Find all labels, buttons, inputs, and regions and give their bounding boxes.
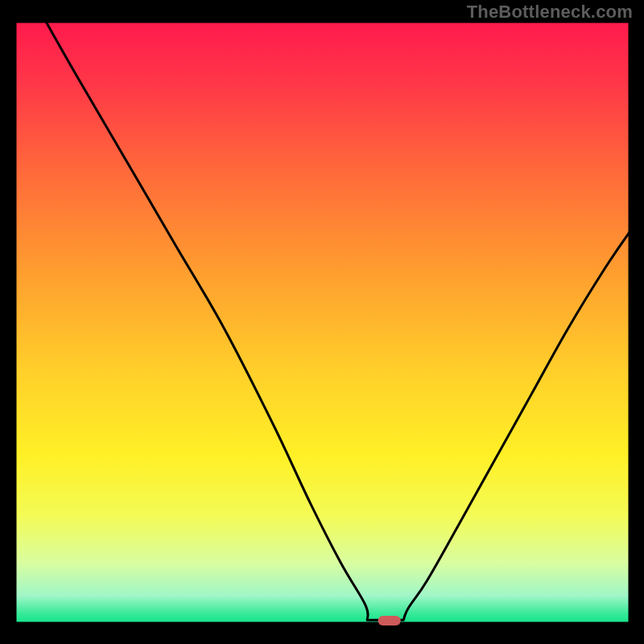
chart-frame: TheBottleneck.com: [0, 0, 644, 644]
chart-svg: [0, 0, 644, 644]
optimum-marker: [378, 616, 401, 625]
watermark: TheBottleneck.com: [467, 2, 633, 23]
plot-background: [15, 22, 630, 623]
